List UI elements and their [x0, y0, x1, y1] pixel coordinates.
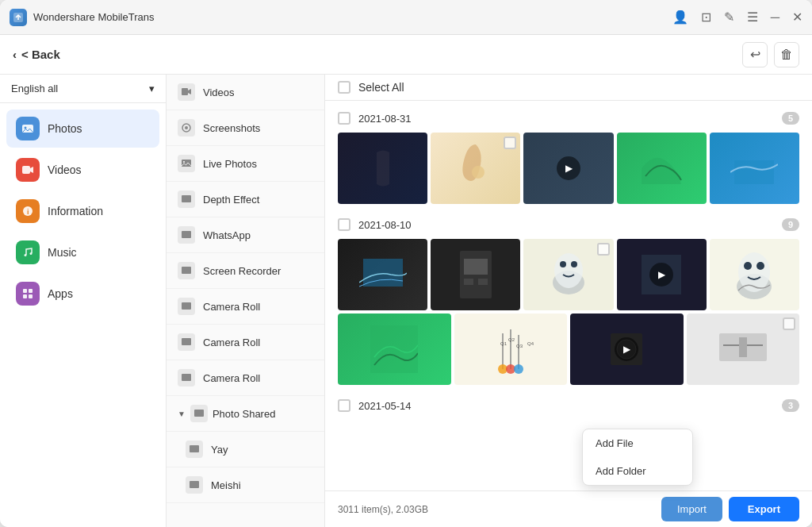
photo-thumb[interactable]	[710, 239, 799, 310]
svg-rect-17	[182, 195, 191, 202]
photo-thumb[interactable]: ▶	[523, 133, 613, 204]
date-section-2: 2021-08-10 9	[338, 213, 799, 385]
photo-shared-icon	[190, 405, 208, 422]
svg-text:Q2: Q2	[508, 337, 515, 342]
date-label-3: 2021-05-14	[358, 400, 412, 412]
middle-item-live-photos[interactable]: Live Photos	[167, 146, 324, 182]
export-button[interactable]: Export	[729, 497, 799, 521]
window-icon[interactable]: ⊡	[701, 11, 711, 24]
svg-point-2	[25, 127, 27, 129]
sidebar-item-music[interactable]: Music	[6, 233, 159, 271]
count-badge-1: 5	[782, 112, 799, 125]
middle-camera-roll-1-label: Camera Roll	[203, 301, 260, 313]
sidebar-apps-label: Apps	[48, 287, 73, 300]
photo-row-1: ▶	[338, 133, 799, 204]
photo-thumb[interactable]: ▶	[617, 239, 707, 310]
svg-point-35	[560, 261, 566, 267]
right-content: Select All 2021-08-31 5	[325, 75, 812, 527]
yay-icon	[186, 440, 203, 458]
middle-item-screen-recorder[interactable]: Screen Recorder	[167, 253, 324, 289]
svg-text:Q3: Q3	[516, 344, 523, 348]
add-file-menu-item[interactable]: Add File	[583, 429, 692, 457]
photo-checkbox[interactable]	[783, 317, 795, 330]
photo-thumb[interactable]	[431, 239, 520, 310]
date-section-3: 2021-05-14 3	[338, 394, 799, 417]
photo-thumb[interactable]: ▶	[570, 314, 684, 385]
middle-item-camera-roll-1[interactable]: Camera Roll	[167, 289, 324, 325]
svg-point-48	[514, 364, 523, 374]
meishi-icon	[186, 476, 203, 494]
photo-thumb[interactable]	[338, 133, 427, 204]
play-button[interactable]: ▶	[649, 263, 673, 287]
bottom-bar: 3011 item(s), 2.03GB Import Export Add F…	[325, 490, 812, 527]
select-all-label: Select All	[358, 81, 404, 94]
select-all-checkbox[interactable]	[338, 81, 350, 94]
middle-item-yay[interactable]: Yay	[167, 432, 324, 467]
undo-button[interactable]: ↩	[742, 42, 768, 67]
edit-icon[interactable]: ✎	[724, 11, 734, 24]
main-content: English all ▾ Photos	[0, 75, 812, 527]
delete-button[interactable]: 🗑	[774, 42, 799, 67]
photo-thumb[interactable]	[617, 133, 707, 204]
date-row-left-1: 2021-08-31	[338, 112, 412, 125]
photo-thumb[interactable]	[687, 314, 800, 385]
minimize-icon[interactable]: ─	[771, 11, 779, 24]
svg-rect-57	[739, 337, 747, 357]
app-window: Wondershare MobileTrans 👤 ⊡ ✎ ☰ ─ ✕ ‹ < …	[0, 0, 812, 527]
photo-thumb[interactable]	[710, 133, 799, 204]
middle-item-whatsapp[interactable]: WhatsApp	[167, 217, 324, 253]
sidebar-item-information[interactable]: i Information	[6, 192, 159, 230]
svg-rect-20	[182, 302, 191, 310]
photo-thumb[interactable]	[523, 239, 613, 310]
date-checkbox-1[interactable]	[338, 112, 350, 125]
middle-item-depth-effect[interactable]: Depth Effect	[167, 182, 324, 217]
sidebar-item-photos[interactable]: Photos	[6, 110, 159, 148]
photo-thumb[interactable]	[338, 314, 451, 385]
svg-text:i: i	[27, 208, 29, 216]
person-icon[interactable]: 👤	[672, 11, 688, 24]
photo-grid-container: 2021-08-31 5	[325, 101, 812, 490]
sidebar-information-label: Information	[48, 205, 103, 217]
back-button[interactable]: ‹ < Back	[13, 48, 60, 61]
photo-thumb[interactable]	[338, 239, 427, 310]
title-bar-left: Wondershare MobileTrans	[10, 9, 154, 26]
date-checkbox-2[interactable]	[338, 218, 350, 231]
svg-rect-42	[370, 325, 418, 373]
middle-photo-shared-header[interactable]: ▼ Photo Shared	[167, 396, 324, 432]
svg-rect-18	[182, 231, 191, 238]
middle-item-screenshots[interactable]: Screenshots	[167, 110, 324, 146]
live-photos-icon	[178, 155, 195, 172]
date-checkbox-3[interactable]	[338, 399, 350, 412]
menu-icon[interactable]: ☰	[747, 11, 758, 24]
import-button[interactable]: Import	[661, 497, 722, 521]
language-dropdown[interactable]: English all ▾	[0, 75, 166, 103]
middle-item-camera-roll-2[interactable]: Camera Roll	[167, 325, 324, 360]
sidebar-music-label: Music	[48, 246, 77, 259]
middle-item-videos[interactable]: Videos	[167, 75, 324, 110]
sidebar-item-videos[interactable]: Videos	[6, 151, 159, 189]
camera-roll-2-icon	[178, 333, 195, 351]
sidebar-item-apps[interactable]: Apps	[6, 275, 159, 313]
date-section-1: 2021-08-31 5	[338, 107, 799, 204]
photo-checkbox[interactable]	[504, 137, 516, 149]
close-icon[interactable]: ✕	[792, 11, 802, 24]
date-row-2: 2021-08-10 9	[338, 213, 799, 236]
videos-icon	[16, 158, 40, 182]
play-button[interactable]: ▶	[615, 337, 638, 361]
photo-checkbox[interactable]	[597, 243, 610, 256]
middle-live-photos-label: Live Photos	[203, 158, 257, 170]
date-label-2: 2021-08-10	[358, 219, 412, 231]
middle-item-camera-roll-3[interactable]: Camera Roll	[167, 360, 324, 396]
middle-item-meishi[interactable]: Meishi	[167, 467, 324, 503]
svg-rect-9	[29, 289, 33, 293]
sidebar-photos-label: Photos	[48, 122, 82, 135]
date-label-1: 2021-08-31	[358, 113, 412, 125]
middle-screenshots-label: Screenshots	[203, 122, 260, 134]
depth-effect-icon	[178, 190, 195, 208]
add-folder-menu-item[interactable]: Add Folder	[583, 457, 692, 485]
photo-thumb[interactable]: Q1 Q2 Q3 Q4	[454, 314, 568, 385]
play-button[interactable]: ▶	[557, 156, 580, 180]
title-bar-controls: 👤 ⊡ ✎ ☰ ─ ✕	[672, 11, 802, 24]
app-icon	[10, 9, 27, 26]
photo-thumb[interactable]	[431, 133, 520, 204]
